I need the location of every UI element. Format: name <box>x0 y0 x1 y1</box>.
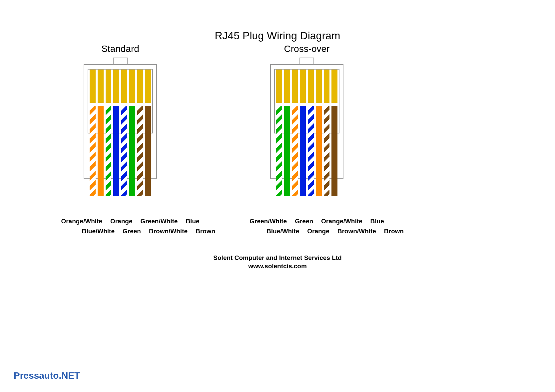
wire <box>129 106 135 196</box>
wire-label: Green/White <box>140 218 178 225</box>
wire <box>145 106 151 196</box>
plug-wires-standard <box>90 106 151 196</box>
watermark: Pressauto.NET <box>14 370 80 381</box>
wire <box>98 106 104 196</box>
gold-pin <box>129 70 135 103</box>
plug-crossover <box>270 58 343 201</box>
label-row: Blue/White Orange Brown/White Brown <box>254 228 417 235</box>
footer-url: www.solentcis.com <box>0 262 555 271</box>
wire <box>106 106 112 196</box>
gold-pin <box>284 70 290 103</box>
plug-wires-crossover <box>276 106 337 196</box>
wire-label: Green/White <box>250 218 287 225</box>
wire <box>137 106 143 196</box>
wire-label: Green <box>295 218 313 225</box>
wire <box>90 106 96 196</box>
main-title: RJ45 Plug Wiring Diagram <box>0 30 555 42</box>
gold-pin <box>121 70 127 103</box>
plug-tab <box>113 58 128 64</box>
footer-company: Solent Computer and Internet Services Lt… <box>0 254 555 262</box>
wire <box>300 106 306 196</box>
wire-label: Blue <box>186 218 199 225</box>
subtitle-standard: Standard <box>84 44 157 54</box>
wire-label: Orange <box>110 218 133 225</box>
gold-pin <box>145 70 151 103</box>
wire-label: Blue/White <box>82 228 115 235</box>
wire <box>276 106 282 196</box>
subtitle-crossover: Cross-over <box>270 44 343 54</box>
wire <box>316 106 322 196</box>
wire <box>331 106 337 196</box>
gold-pin <box>98 70 104 103</box>
plug-crossover-group: Cross-over <box>270 44 343 201</box>
gold-pin <box>316 70 322 103</box>
gold-pin <box>292 70 298 103</box>
wire <box>324 106 330 196</box>
page: RJ45 Plug Wiring Diagram Standard Cross-… <box>0 0 555 392</box>
wire-label: Orange/White <box>61 218 102 225</box>
gold-pin <box>106 70 112 103</box>
wire-label: Brown/White <box>337 228 376 235</box>
label-row: Blue/White Green Brown/White Brown <box>67 228 230 235</box>
wire <box>121 106 127 196</box>
gold-pin <box>324 70 330 103</box>
plug-pins <box>90 70 151 103</box>
wire <box>284 106 290 196</box>
wire-label: Brown/White <box>149 228 188 235</box>
wire-label: Brown <box>196 228 215 235</box>
gold-pin <box>331 70 337 103</box>
labels-crossover: Green/White Green Orange/White Blue Blue… <box>217 215 417 235</box>
gold-pin <box>308 70 314 103</box>
wire <box>308 106 314 196</box>
wire <box>113 106 119 196</box>
wire-label: Green <box>123 228 141 235</box>
gold-pin <box>276 70 282 103</box>
gold-pin <box>137 70 143 103</box>
gold-pin <box>300 70 306 103</box>
label-row: Orange/White Orange Green/White Blue <box>30 218 230 225</box>
wire-label: Brown <box>384 228 404 235</box>
wire-label: Blue/White <box>267 228 299 235</box>
plug-pins <box>276 70 337 103</box>
wire-label: Blue <box>370 218 384 225</box>
gold-pin <box>90 70 96 103</box>
wire-label: Orange <box>307 228 329 235</box>
plug-standard <box>84 58 157 201</box>
footer: Solent Computer and Internet Services Lt… <box>0 254 555 270</box>
wire <box>292 106 298 196</box>
gold-pin <box>113 70 119 103</box>
wire-label: Orange/White <box>321 218 362 225</box>
plug-standard-group: Standard <box>84 44 157 201</box>
label-row: Green/White Green Orange/White Blue <box>217 218 417 225</box>
plug-tab <box>299 58 314 64</box>
labels-standard: Orange/White Orange Green/White Blue Blu… <box>30 215 230 235</box>
